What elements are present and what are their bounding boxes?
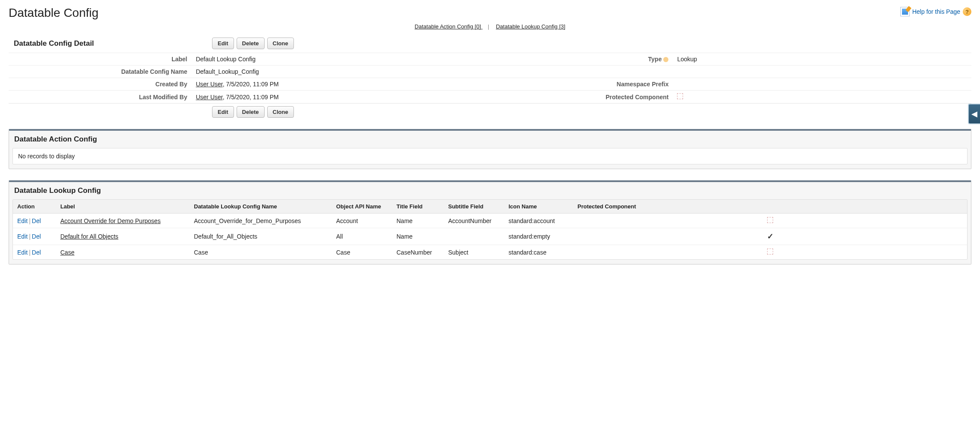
col-subtitle: Subtitle Field [444,200,504,214]
clone-button-bottom[interactable]: Clone [267,106,294,118]
delete-button-bottom[interactable]: Delete [237,106,265,118]
protected-checkbox-unchecked [767,217,773,223]
table-row: Edit|DelAccount Override for Demo Purpos… [13,214,967,228]
row-del-link[interactable]: Del [32,233,41,240]
row-subtitle: AccountNumber [444,214,504,228]
related-lookup-heading: Datatable Lookup Config [14,186,971,195]
protected-checkbox-unchecked [677,93,683,99]
row-name: Default_for_All_Objects [190,228,332,245]
related-lookup-config: Datatable Lookup Config Action Label Dat… [9,180,971,264]
col-name: Datatable Lookup Config Name [190,200,332,214]
row-edit-link[interactable]: Edit [17,217,28,224]
field-protected-label: Protected Component [490,91,673,104]
row-subtitle [444,228,504,245]
edit-button[interactable]: Edit [212,38,234,49]
field-name-value: Default_Lookup_Config [191,66,490,78]
anchor-lookup-config[interactable]: Datatable Lookup Config [3] [496,23,565,30]
modified-by-user-link[interactable]: User User [196,94,222,101]
field-ns-value [673,78,971,91]
modified-by-timestamp: , 7/5/2020, 11:09 PM [223,94,279,101]
help-link[interactable]: Help for this Page ? [900,7,971,16]
row-label-link[interactable]: Default for All Objects [60,233,119,240]
clone-button[interactable]: Clone [267,38,294,49]
anchor-separator: | [488,23,489,30]
anchor-action-config[interactable]: Datatable Action Config [0] [415,23,483,30]
row-label-link[interactable]: Case [60,249,75,256]
detail-heading: Datatable Config Detail [14,39,134,48]
action-separator: | [29,233,31,240]
detail-table: Label Default Lookup Config Type Lookup … [9,53,971,104]
row-edit-link[interactable]: Edit [17,233,28,240]
table-row: Edit|DelCaseCaseCaseCaseNumberSubjectsta… [13,245,967,260]
question-icon: ? [963,7,971,16]
field-name-label: Datatable Config Name [9,66,191,78]
field-created-label: Created By [9,78,191,91]
chevron-left-icon: ◀ [971,109,977,119]
col-icon: Icon Name [504,200,573,214]
help-label: Help for this Page [912,8,960,15]
side-expand-tab[interactable]: ◀ [968,104,980,124]
row-icon: standard:account [504,214,573,228]
row-edit-link[interactable]: Edit [17,249,28,256]
delete-button[interactable]: Delete [237,38,265,49]
col-label: Label [56,200,190,214]
protected-checkbox-unchecked [767,249,773,255]
edit-button-bottom[interactable]: Edit [212,106,234,118]
action-separator: | [29,217,31,224]
field-ns-label: Namespace Prefix [490,78,673,91]
action-separator: | [29,249,31,256]
row-title: Name [392,228,444,245]
field-label-label: Label [9,53,191,66]
field-type-label: Type [490,53,673,66]
lookup-table: Action Label Datatable Lookup Config Nam… [13,200,967,259]
row-del-link[interactable]: Del [32,249,41,256]
field-type-value: Lookup [673,53,971,66]
row-name: Case [190,245,332,260]
help-page-icon [900,7,910,16]
info-icon [663,57,668,62]
field-label-value: Default Lookup Config [191,53,490,66]
row-del-link[interactable]: Del [32,217,41,224]
created-by-user-link[interactable]: User User [196,81,222,88]
row-obj: All [332,228,392,245]
related-action-config: Datatable Action Config No records to di… [9,129,971,169]
row-icon: standard:case [504,245,573,260]
protected-checkmark-icon: ✓ [767,232,774,241]
col-action: Action [13,200,56,214]
row-obj: Case [332,245,392,260]
table-row: Edit|DelDefault for All ObjectsDefault_f… [13,228,967,245]
related-action-empty: No records to display [13,148,967,164]
col-title: Title Field [392,200,444,214]
row-subtitle: Subject [444,245,504,260]
row-name: Account_Override_for_Demo_Purposes [190,214,332,228]
field-modified-label: Last Modified By [9,91,191,104]
created-by-timestamp: , 7/5/2020, 11:09 PM [223,81,279,88]
col-protected: Protected Component [573,200,967,214]
row-obj: Account [332,214,392,228]
related-anchor-links: Datatable Action Config [0] | Datatable … [9,23,971,30]
row-title: Name [392,214,444,228]
page-title: Datatable Config [9,6,99,20]
row-icon: standard:empty [504,228,573,245]
related-action-heading: Datatable Action Config [14,135,971,144]
row-title: CaseNumber [392,245,444,260]
col-obj: Object API Name [332,200,392,214]
row-label-link[interactable]: Account Override for Demo Purposes [60,217,161,224]
